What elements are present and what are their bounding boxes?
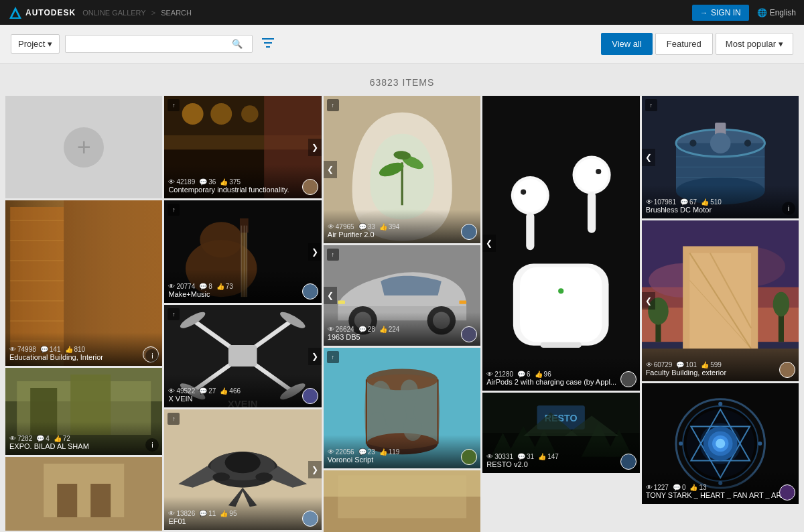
comments-stat: 💬 0 — [673, 484, 686, 491]
eye-icon: 👁 — [328, 223, 334, 230]
list-item[interactable]: 👁 60729 💬 101 👍 599 Faculty Building, ex… — [642, 220, 799, 381]
prev-arrow[interactable]: ❮ — [324, 161, 337, 178]
like-icon: 👍 — [216, 283, 224, 290]
svg-rect-88 — [526, 212, 534, 250]
upload-icon: ↑ — [327, 249, 339, 261]
svg-point-93 — [596, 169, 601, 174]
globe-icon: 🌐 — [757, 8, 767, 17]
list-item[interactable]: RESTO 👁 30331 💬 31 👍 147 RESTO v2.0 — [482, 393, 639, 473]
list-item[interactable]: 👁 107981 💬 67 👍 510 Brushless DC Motor ❮… — [642, 96, 799, 218]
airpods-image — [482, 96, 639, 391]
project-label: Project — [18, 39, 45, 49]
eye-icon: 👁 — [486, 371, 493, 378]
comment-icon: 💬 — [358, 448, 366, 456]
views-stat: 👁 26624 — [328, 326, 354, 333]
view-all-button[interactable]: View all — [601, 33, 653, 55]
project-dropdown[interactable]: Project ▾ — [11, 34, 60, 54]
list-item[interactable]: 👁 7282 💬 4 👍 72 EXPO. BILAD AL SHAM i — [5, 368, 162, 455]
item-stats: 👁 42189 💬 36 👍 375 — [168, 178, 317, 186]
item-overlay: 👁 60729 💬 101 👍 599 Faculty Building, ex… — [642, 348, 799, 381]
next-arrow[interactable]: ❯ — [308, 243, 322, 261]
list-item[interactable]: 👁 74998 💬 141 👍 810 Educational Building… — [5, 200, 162, 366]
list-item[interactable]: 👁 26624 💬 28 👍 224 1963 DB5 ❮ ↑ — [324, 245, 480, 346]
search-input[interactable] — [71, 39, 232, 49]
comment-icon: 💬 — [517, 453, 525, 460]
filter-icon — [261, 36, 275, 50]
item-stats: 👁 7282 💬 4 👍 72 — [9, 435, 158, 442]
search-right: View all Featured Most popular ▾ — [601, 33, 793, 55]
list-item[interactable]: XVEIN 👁 49522 💬 27 👍 466 X VEIN ❯ ↑ — [164, 305, 321, 407]
like-icon: 👍 — [689, 484, 697, 491]
list-item[interactable]: 👁 42189 💬 36 👍 375 Contemporary industri… — [164, 96, 321, 198]
views-stat: 👁 20774 — [168, 283, 195, 290]
item-stats: 👁 21280 💬 6 👍 96 — [486, 371, 635, 378]
upload-icon: ↑ — [327, 99, 339, 111]
item-title: Educational Building, Interior — [9, 353, 158, 361]
featured-button[interactable]: Featured — [655, 33, 713, 55]
views-stat: 👁 30331 — [486, 453, 513, 460]
avatar — [302, 179, 318, 195]
svg-point-53 — [225, 452, 261, 473]
items-count-text: 63823 ITEMS — [370, 77, 435, 88]
comment-icon: 💬 — [358, 326, 366, 333]
comment-icon: 💬 — [36, 435, 44, 442]
svg-rect-92 — [588, 192, 596, 233]
add-new-item[interactable]: + — [5, 96, 162, 198]
likes-stat: 👍 394 — [379, 223, 400, 230]
like-icon: 👍 — [220, 510, 228, 517]
views-stat: 👁 107981 — [646, 198, 676, 206]
like-icon: 👍 — [379, 448, 387, 456]
item-overlay: 👁 1227 💬 0 👍 13 TONY STARK _ HEART _ FAN… — [642, 470, 799, 504]
next-arrow[interactable]: ❯ — [308, 348, 322, 365]
list-item[interactable]: 👁 47965 💬 33 👍 394 Air Purifier 2.0 ❮ ↑ — [324, 96, 480, 243]
svg-point-89 — [521, 189, 526, 194]
nav-left: AUTODESK ONLINE GALLERY > SEARCH — [8, 5, 192, 20]
avatar — [620, 371, 636, 387]
likes-stat: 👍 119 — [379, 448, 400, 456]
prev-arrow[interactable]: ❮ — [642, 292, 655, 310]
most-popular-button[interactable]: Most popular ▾ — [716, 33, 793, 55]
interior-image — [5, 457, 162, 531]
info-button[interactable]: i — [782, 202, 795, 215]
breadcrumb-separator: > — [151, 9, 155, 17]
list-item[interactable] — [324, 470, 480, 532]
svg-rect-23 — [44, 464, 124, 517]
svg-point-112 — [744, 140, 750, 147]
list-item[interactable]: 👁 22056 💬 23 👍 119 Voronoi Script ↑ — [324, 348, 480, 468]
list-item[interactable] — [5, 457, 162, 531]
language-button[interactable]: 🌐 English — [757, 8, 796, 17]
gallery-label: ONLINE GALLERY — [82, 9, 146, 17]
list-item[interactable]: 👁 21280 💬 6 👍 96 AirPods 2 with charging… — [482, 96, 639, 391]
next-arrow[interactable]: ❯ — [308, 461, 322, 478]
svg-point-111 — [689, 140, 696, 147]
item-title: Voronoi Script — [328, 456, 476, 464]
next-arrow[interactable]: ❯ — [308, 139, 322, 156]
list-item[interactable]: 👁 13826 💬 11 👍 95 EF01 ❯ ↑ — [164, 409, 321, 530]
views-stat: 👁 22056 — [328, 448, 354, 456]
item-overlay: 👁 21280 💬 6 👍 96 AirPods 2 with charging… — [482, 357, 639, 391]
svg-rect-83 — [520, 267, 602, 342]
likes-stat: 👍 510 — [701, 198, 722, 206]
svg-rect-85 — [541, 342, 582, 348]
upload-icon-container: ↑ — [168, 99, 180, 111]
dropdown-chevron: ▾ — [48, 39, 52, 49]
like-icon: 👍 — [379, 326, 387, 333]
comments-stat: 💬 27 — [199, 387, 216, 395]
comments-stat: 💬 6 — [517, 371, 531, 378]
sign-in-button[interactable]: → SIGN IN — [692, 5, 749, 21]
like-icon: 👍 — [535, 371, 543, 378]
item-stats: 👁 60729 💬 101 👍 599 — [646, 361, 795, 369]
filter-button[interactable] — [258, 33, 278, 55]
like-icon: 👍 — [701, 361, 709, 369]
upload-icon: ↑ — [327, 351, 339, 363]
list-item[interactable]: 👁 1227 💬 0 👍 13 TONY STARK _ HEART _ FAN… — [642, 383, 799, 504]
svg-point-29 — [182, 103, 204, 125]
item-stats: 👁 74998 💬 141 👍 810 — [9, 346, 158, 353]
prev-arrow[interactable]: ❮ — [482, 235, 496, 252]
prev-arrow[interactable]: ❮ — [642, 149, 655, 166]
item-stats: 👁 22056 💬 23 👍 119 — [328, 448, 476, 456]
list-item[interactable]: 👁 20774 💬 8 👍 73 Make+Music ❯ ↑ — [164, 200, 321, 303]
svg-rect-80 — [338, 475, 466, 518]
prev-arrow[interactable]: ❮ — [324, 287, 337, 304]
eye-icon: 👁 — [168, 387, 175, 395]
